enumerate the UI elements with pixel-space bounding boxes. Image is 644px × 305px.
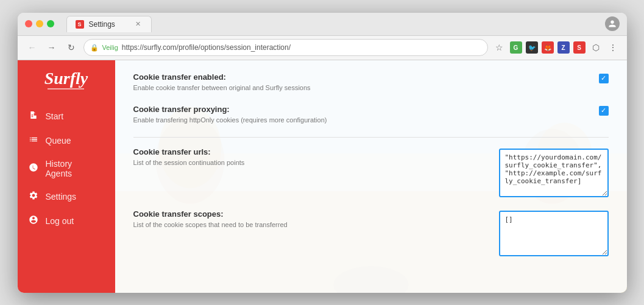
lock-icon: 🔒	[90, 44, 99, 52]
tab-title: Settings	[89, 20, 115, 29]
browser-titlebar: S Settings ✕	[18, 13, 627, 36]
active-tab[interactable]: S Settings ✕	[66, 16, 152, 32]
cookie-transfer-proxying-checkbox[interactable]	[599, 106, 609, 116]
cookie-transfer-scopes-info: Cookie transfer scopes: List of the cook…	[133, 209, 487, 230]
ext-icon-3[interactable]: 🦊	[542, 41, 554, 54]
logo: Surfly	[44, 70, 88, 87]
traffic-lights	[25, 20, 54, 27]
start-icon	[27, 110, 40, 122]
divider-1	[133, 137, 609, 138]
nav-items: Start Queue Histor	[18, 104, 115, 233]
settings-icon	[27, 191, 40, 203]
browser-window: S Settings ✕ ← → ↻ 🔒 Veilig https://surf…	[18, 13, 627, 293]
logout-label: Log out	[46, 216, 74, 226]
cookie-transfer-proxying-control	[599, 105, 609, 116]
bookmark-icon[interactable]: ☆	[493, 41, 506, 54]
more-icon[interactable]: ⋮	[606, 41, 620, 54]
cookie-transfer-urls-row: Cookie transfer urls: List of the sessio…	[133, 147, 609, 197]
sidebar-item-history-agents[interactable]: HistoryAgents	[18, 153, 115, 184]
close-button[interactable]	[25, 20, 32, 27]
queue-icon	[27, 135, 40, 147]
cookie-transfer-proxying-desc: Enable transfering httpOnly cookies (req…	[133, 116, 587, 125]
cookie-transfer-scopes-textarea[interactable]: []	[499, 211, 609, 256]
cookie-transfer-urls-info: Cookie transfer urls: List of the sessio…	[133, 147, 487, 167]
sidebar-item-settings[interactable]: Settings	[18, 184, 115, 209]
ext-icon-2[interactable]: 🐦	[526, 41, 538, 54]
profile-icon[interactable]	[605, 16, 620, 31]
logo-area: Surfly	[44, 70, 88, 89]
cookie-transfer-proxying-info: Cookie transfer proxying: Enable transfe…	[133, 105, 587, 125]
cookie-transfer-scopes-label: Cookie transfer scopes:	[133, 209, 487, 219]
cookie-transfer-enabled-row: Cookie transfer enabled: Enable cookie t…	[133, 72, 609, 93]
start-label: Start	[46, 111, 64, 121]
ext-icon-1[interactable]: G	[510, 41, 522, 54]
cookie-transfer-scopes-control: []	[499, 209, 609, 256]
logout-icon	[27, 215, 40, 227]
cookie-transfer-enabled-checkbox[interactable]	[599, 74, 609, 83]
cookie-transfer-scopes-row: Cookie transfer scopes: List of the cook…	[133, 209, 609, 256]
logo-underline	[48, 88, 84, 89]
settings-panel: Cookie transfer enabled: Enable cookie t…	[115, 60, 627, 293]
main-content: Surfly Start	[18, 60, 627, 293]
extensions-icon[interactable]: ⬡	[589, 41, 603, 54]
minimize-button[interactable]	[36, 20, 43, 27]
history-agents-icon	[27, 163, 40, 175]
back-button[interactable]: ←	[25, 40, 40, 55]
content-area: Cookie transfer enabled: Enable cookie t…	[115, 60, 627, 293]
sidebar-item-start[interactable]: Start	[18, 104, 115, 128]
cookie-transfer-enabled-control	[599, 72, 609, 83]
queue-label: Queue	[46, 136, 71, 145]
tab-bar: S Settings ✕	[66, 16, 600, 32]
toolbar-right: ☆ G 🐦 🦊 Z S ⬡ ⋮	[493, 41, 620, 54]
cookie-transfer-enabled-desc: Enable cookie transfer between original …	[133, 83, 587, 93]
cookie-transfer-urls-control: "https://yourdomain.com/surfly_cookie_tr…	[499, 147, 609, 197]
reload-button[interactable]: ↻	[64, 40, 79, 55]
cookie-transfer-urls-desc: List of the session continuation points	[133, 158, 487, 167]
ext-icon-4[interactable]: Z	[557, 41, 570, 54]
url-bar[interactable]: 🔒 Veilig https://surfly.com/profile/opti…	[83, 39, 488, 56]
forward-button[interactable]: →	[44, 40, 59, 55]
secure-label: Veilig	[102, 44, 118, 51]
cookie-transfer-enabled-label: Cookie transfer enabled:	[133, 72, 587, 82]
cookie-transfer-urls-label: Cookie transfer urls:	[133, 147, 487, 156]
cookie-transfer-scopes-desc: List of the cookie scopes that need to b…	[133, 220, 487, 230]
history-agents-label: HistoryAgents	[46, 159, 73, 178]
cookie-transfer-urls-textarea[interactable]: "https://yourdomain.com/surfly_cookie_tr…	[499, 149, 609, 197]
sidebar: Surfly Start	[18, 60, 115, 293]
tab-close-button[interactable]: ✕	[134, 20, 143, 29]
cookie-transfer-proxying-row: Cookie transfer proxying: Enable transfe…	[133, 105, 609, 125]
cookie-transfer-proxying-label: Cookie transfer proxying:	[133, 105, 587, 114]
maximize-button[interactable]	[47, 20, 54, 27]
sidebar-item-logout[interactable]: Log out	[18, 209, 115, 233]
ext-icon-5[interactable]: S	[573, 41, 586, 54]
sidebar-item-queue[interactable]: Queue	[18, 128, 115, 153]
url-text: https://surfly.com/profile/options/sessi…	[122, 43, 291, 52]
address-bar: ← → ↻ 🔒 Veilig https://surfly.com/profil…	[18, 36, 627, 60]
cookie-transfer-enabled-info: Cookie transfer enabled: Enable cookie t…	[133, 72, 587, 93]
tab-favicon: S	[76, 20, 84, 29]
settings-label: Settings	[46, 192, 77, 202]
